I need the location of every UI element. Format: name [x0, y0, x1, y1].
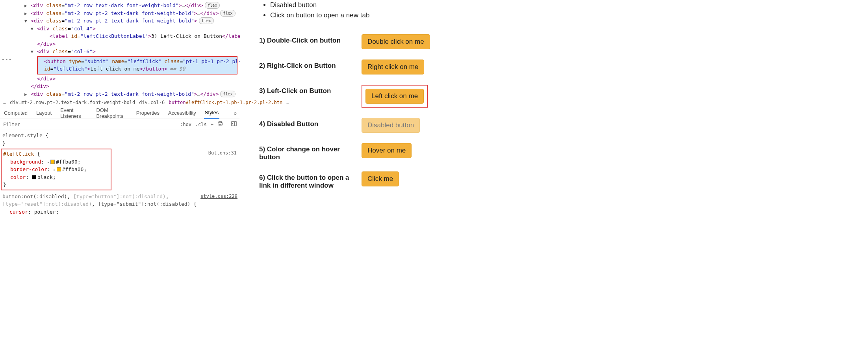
svg-marker-5 [232, 123, 234, 125]
row-label: 6) Click the button to open a link in di… [259, 171, 362, 190]
dom-node[interactable]: ▶ <div class="mt-2 row pt-2 text-dark fo… [0, 9, 240, 17]
breadcrumb-item[interactable]: div.col-6 [139, 100, 165, 105]
flex-badge[interactable]: flex [199, 17, 214, 24]
styles-filter-input[interactable] [3, 122, 176, 127]
print-media-icon[interactable] [217, 121, 223, 128]
elements-dom-tree[interactable]: ▶ <div class="mt-2 row text-dark font-we… [0, 0, 240, 98]
hover-button[interactable]: Hover on me [362, 143, 412, 158]
intro-list: Disabled button Click on button to open … [259, 0, 599, 20]
list-item: Disabled button [270, 0, 599, 10]
right-click-button[interactable]: Right click on me [362, 60, 424, 74]
dom-node[interactable]: <label id="leftClickButtonLabel">3) Left… [0, 32, 240, 40]
dom-node-selected[interactable]: <button type="submit" name="leftClick" c… [37, 56, 237, 74]
cls-toggle[interactable]: .cls [195, 122, 207, 127]
dom-node[interactable]: ▼ <div class="col-6"> [0, 48, 240, 56]
tab-layout[interactable]: Layout [35, 108, 52, 118]
demo-row: 2) Right-Click on Button Right click on … [259, 60, 599, 74]
styles-toolbar: :hov .cls + [0, 119, 240, 130]
styles-rules[interactable]: element.style { } #leftClick { Buttons:3… [0, 130, 240, 248]
eq-dollar-hint: == $0 [170, 66, 185, 72]
tab-computed[interactable]: Computed [3, 108, 28, 118]
list-item: Click on button to open a new tab [270, 10, 599, 20]
tab-properties[interactable]: Properties [135, 108, 160, 118]
collapse-icon[interactable]: ▼ [31, 26, 33, 33]
expand-icon[interactable]: ▶ [24, 11, 27, 17]
expand-icon[interactable]: ▶ [24, 3, 27, 9]
rule-source-link[interactable]: Buttons:31 [208, 149, 237, 156]
color-swatch-icon[interactable] [50, 160, 55, 164]
row-label: 4) Disabled Button [259, 118, 362, 128]
tab-accessibility[interactable]: Accessibility [167, 108, 197, 118]
hov-toggle[interactable]: :hov [180, 122, 191, 127]
demo-row: 5) Color change on hover button Hover on… [259, 143, 599, 161]
svg-rect-1 [219, 122, 222, 123]
tabs-overflow-icon[interactable]: » [234, 110, 237, 116]
flex-badge[interactable]: flex [220, 10, 235, 17]
gutter-menu-icon[interactable]: ••• [2, 56, 12, 64]
left-click-button[interactable]: Left click on me [365, 89, 424, 104]
disabled-button: Disabled button [362, 118, 420, 133]
rendered-page: Disabled button Click on button to open … [240, 0, 615, 248]
dom-node[interactable]: ▼ <div class="mt-2 row pt-2 text-dark fo… [0, 17, 240, 25]
demo-row: 4) Disabled Button Disabled button [259, 118, 599, 133]
dom-node[interactable]: </div> [0, 75, 240, 83]
collapse-icon[interactable]: ▼ [24, 18, 27, 25]
inspect-highlight: Left click on me [362, 85, 428, 108]
collapse-icon[interactable]: ▼ [31, 49, 33, 56]
dom-node[interactable]: </div> [0, 82, 240, 90]
flex-badge[interactable]: flex [205, 2, 220, 9]
svg-rect-0 [218, 123, 223, 125]
computed-panel-icon[interactable] [231, 121, 237, 128]
demo-row: 6) Click the button to open a link in di… [259, 171, 599, 190]
devtools-panel: ▶ <div class="mt-2 row text-dark font-we… [0, 0, 240, 248]
element-style-rule[interactable]: element.style { } [2, 132, 237, 147]
row-label: 2) Right-Click on Button [259, 60, 362, 70]
dom-node[interactable]: ▼ <div class="col-4"> [0, 25, 240, 33]
expand-icon[interactable]: ▶ [24, 91, 27, 98]
breadcrumb-more-left[interactable]: … [3, 100, 6, 105]
color-swatch-icon[interactable] [32, 175, 36, 179]
styles-tabs: Computed Layout Event Listeners DOM Brea… [0, 107, 240, 119]
dom-node[interactable]: ▶ <div class="mt-2 row text-dark font-we… [0, 2, 240, 9]
row-label: 5) Color change on hover button [259, 143, 362, 161]
color-swatch-icon[interactable] [57, 167, 61, 171]
leftclick-rule[interactable]: #leftClick { Buttons:31 background: ▸#ff… [1, 149, 111, 190]
button-enabled-rule[interactable]: button:not(:disabled), [type="button"]:n… [2, 193, 237, 216]
demo-row-highlighted: 3) Left-Click on Button Left click on me [259, 85, 599, 108]
open-link-button[interactable]: Click me [362, 171, 399, 186]
double-click-button[interactable]: Double click on me [362, 34, 430, 49]
divider [259, 27, 599, 27]
demo-row: 1) Double-Click on button Double click o… [259, 34, 599, 49]
row-label: 1) Double-Click on button [259, 34, 362, 45]
tab-styles[interactable]: Styles [204, 107, 219, 119]
new-rule-button[interactable]: + [211, 122, 213, 127]
dom-node[interactable]: ▶ <div class="mt-2 row pt-2 text-dark fo… [0, 90, 240, 98]
row-label: 3) Left-Click on Button [259, 85, 362, 95]
rule-source-link[interactable]: style.css:229 [200, 193, 237, 200]
dom-node[interactable]: </div> [0, 40, 240, 48]
flex-badge[interactable]: flex [220, 91, 235, 97]
